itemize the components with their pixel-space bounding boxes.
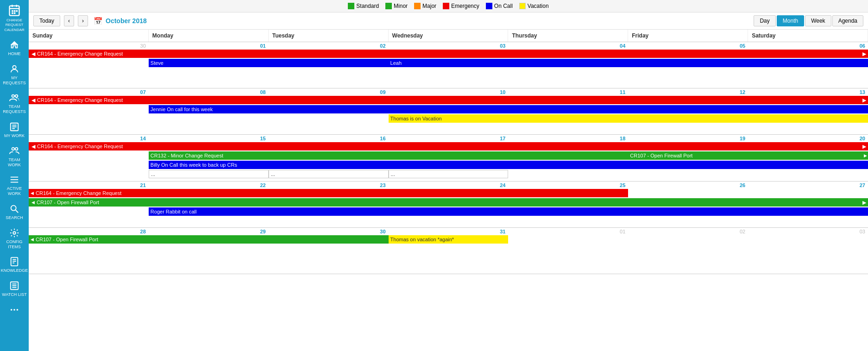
svg-rect-6 — [16, 10, 18, 12]
sidebar-top-item[interactable]: CHANGE REQUEST CALENDAR — [0, 0, 29, 36]
date-22: 22 — [149, 182, 269, 189]
sidebar-active-work-label: ACTIVE WORK — [2, 186, 27, 196]
sidebar-item-active-work[interactable]: ACTIVE WORK — [0, 171, 29, 200]
view-day-button[interactable]: Day — [754, 15, 775, 26]
date-17: 17 — [389, 135, 509, 142]
legend-minor-label: Minor — [394, 3, 408, 9]
header-thursday: Thursday — [508, 30, 628, 42]
date-08: 08 — [149, 88, 269, 96]
knowledge-icon — [9, 257, 19, 267]
next-button[interactable]: › — [78, 15, 88, 26]
calendar-icon — [8, 4, 21, 17]
w4-sat-empty — [748, 189, 868, 197]
event-roger[interactable]: Roger Rabbit on call — [149, 207, 868, 216]
header-sunday: Sunday — [29, 30, 149, 42]
date-05: 05 — [628, 42, 748, 50]
date-28: 28 — [29, 228, 149, 235]
legend-major: Major — [414, 3, 436, 9]
w5-nov2-empty — [628, 235, 748, 244]
week-4-events: ◀ CR164 - Emergency Change Request ◀ CR1… — [29, 189, 868, 219]
week-4: 21 22 23 24 25 26 27 ◀ CR164 - Emergency… — [29, 182, 868, 228]
sidebar-top-label: CHANGE REQUEST CALENDAR — [2, 18, 27, 32]
legend-bar: Standard Minor Major Emergency On Call V… — [29, 0, 868, 13]
sidebar-item-my-requests[interactable]: MY REQUESTS — [0, 60, 29, 89]
sidebar-item-watch-list[interactable]: WATCH LIST — [0, 277, 29, 301]
legend-vacation: Vacation — [519, 3, 549, 9]
week-1-dates: 30 01 02 03 04 05 06 — [29, 42, 868, 50]
svg-point-21 — [11, 206, 16, 211]
sidebar-item-team-requests[interactable]: TEAM REQUESTS — [0, 89, 29, 118]
sidebar-item-more[interactable] — [0, 301, 29, 320]
week-1-events: ◀ CR164 - Emergency Change Request ▶ Ste… — [29, 50, 868, 70]
header-friday: Friday — [628, 30, 748, 42]
w3-sun-empty — [29, 151, 149, 160]
emergency-color — [443, 3, 449, 9]
svg-point-34 — [17, 309, 19, 311]
view-month-button[interactable]: Month — [777, 15, 804, 26]
sidebar-item-team-work[interactable]: TEAM WORK — [0, 142, 29, 171]
my-requests-icon — [9, 64, 19, 74]
sidebar-item-config-items[interactable]: CONFIG ITEMS — [0, 224, 29, 253]
date-15: 15 — [149, 135, 269, 142]
sidebar-item-my-work[interactable]: MY WORK — [0, 118, 29, 142]
legend-major-label: Major — [422, 3, 436, 9]
view-agenda-button[interactable]: Agenda — [832, 15, 863, 26]
week-4-roger-row: Roger Rabbit on call — [29, 207, 868, 216]
event-cr164-w4[interactable]: ◀ CR164 - Emergency Change Request — [29, 189, 628, 197]
date-10: 10 — [389, 88, 509, 96]
header-wednesday: Wednesday — [389, 30, 509, 42]
date-07: 07 — [29, 88, 149, 96]
legend-vacation-label: Vacation — [528, 3, 549, 9]
w3-dots-mon[interactable]: ... — [149, 170, 269, 178]
search-icon — [9, 204, 19, 214]
sidebar-home-label: HOME — [8, 51, 21, 56]
event-thomas-vacation[interactable]: Thomas is on Vacation — [389, 114, 868, 123]
w4-fri-empty — [628, 189, 748, 197]
more-icon — [9, 305, 19, 315]
week-5-row: ◀ CR107 - Open Firewall Port Thomas on v… — [29, 235, 868, 244]
w5-nov3-empty — [748, 235, 868, 244]
event-cr164-w1[interactable]: ◀ CR164 - Emergency Change Request ▶ — [29, 50, 868, 58]
event-billy[interactable]: Billy On Call this week to back up CRs — [149, 161, 868, 169]
legend-standard: Standard — [348, 3, 379, 9]
event-cr164-w1-label: CR164 - Emergency Change Request — [37, 51, 123, 56]
event-steve[interactable]: Steve — [149, 59, 389, 67]
w3-dots-thu — [508, 170, 628, 178]
event-cr107-w3[interactable]: CR107 - Open Firewall Port ▶ — [628, 151, 868, 160]
view-week-button[interactable]: Week — [805, 15, 831, 26]
event-cr164-w3[interactable]: ◀ CR164 - Emergency Change Request ▶ — [29, 142, 868, 150]
event-cr132[interactable]: CR132 - Minor Change Request — [149, 151, 628, 160]
prev-button[interactable]: ‹ — [64, 15, 74, 26]
date-04: 04 — [508, 42, 628, 50]
event-cr107-w5[interactable]: ◀ CR107 - Open Firewall Port — [29, 235, 389, 244]
event-leah[interactable]: Leah — [389, 59, 868, 67]
date-31: 31 — [389, 228, 509, 235]
sidebar-team-work-label: TEAM WORK — [2, 157, 27, 168]
week-3-dates: 14 15 16 17 18 19 20 — [29, 135, 868, 142]
svg-point-16 — [12, 147, 15, 150]
sidebar-item-home[interactable]: HOME — [0, 36, 29, 60]
svg-point-17 — [15, 147, 18, 150]
active-work-icon — [9, 175, 19, 185]
event-jennie[interactable]: Jennie On call for this week — [149, 105, 868, 113]
w3-dots-tue[interactable]: ... — [269, 170, 389, 178]
sidebar-item-search[interactable]: SEARCH — [0, 200, 29, 224]
w3-dots-wed[interactable]: ... — [389, 170, 509, 178]
svg-rect-8 — [14, 13, 16, 14]
legend-emergency: Emergency — [443, 3, 479, 9]
svg-line-22 — [16, 210, 19, 213]
event-cr107-w4[interactable]: ◀ CR107 - Open Firewall Port ▶ — [29, 198, 868, 207]
svg-point-33 — [13, 309, 15, 311]
date-21: 21 — [29, 182, 149, 189]
event-thomas-vacation2[interactable]: Thomas on vacation *again* — [389, 235, 509, 244]
standard-color — [348, 3, 354, 9]
week-4-dates: 21 22 23 24 25 26 27 — [29, 182, 868, 189]
sidebar-item-knowledge[interactable]: KNOWLEDGE — [0, 253, 29, 277]
event-cr164-w2[interactable]: ◀ CR164 - Emergency Change Request ▶ — [29, 96, 868, 104]
w3-dots-sat — [748, 170, 868, 178]
w3-dots-sun — [29, 170, 149, 178]
week-5: 28 29 30 31 01 02 03 ◀ CR107 - Open Fire… — [29, 228, 868, 274]
cr107-arrow-right: ▶ — [864, 153, 867, 158]
svg-point-10 — [12, 95, 15, 98]
today-button[interactable]: Today — [33, 15, 60, 26]
